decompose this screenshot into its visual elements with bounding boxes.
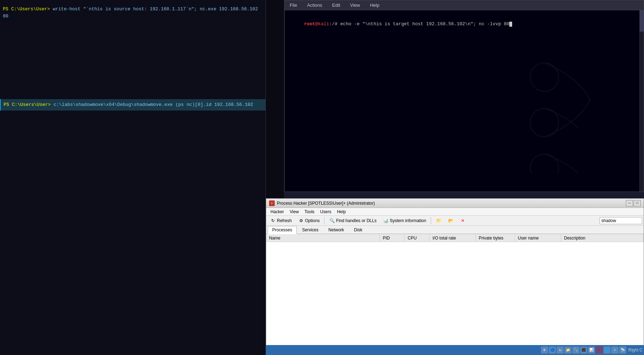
ph-search-input[interactable] [600,217,642,224]
taskbar-icon-8[interactable]: ✕ [596,346,603,354]
ph-maximize-btn[interactable]: □ [634,200,641,206]
ph-window-controls: — □ [626,200,641,206]
taskbar-icon-3[interactable]: ↻ [557,346,564,354]
kali-menu-actions[interactable]: Actions [305,2,324,9]
ph-options-label: Options [305,218,320,223]
ph-find-icon: 🔍 [329,218,335,224]
ph-refresh-label: Refresh [277,218,292,223]
kali-username: root [304,21,315,27]
ph-folder-btn[interactable]: 📁 [433,217,444,225]
ph-tab-disk[interactable]: Disk [349,226,367,233]
taskbar-icon-5[interactable]: 🔧 [572,346,579,354]
ph-menu-users[interactable]: Users [317,209,334,215]
ph-system-info-btn[interactable]: 📊 System information [380,217,429,225]
ph-refresh-icon: ↻ [270,218,276,224]
ph-menu-tools[interactable]: Tools [302,209,317,215]
powershell-panel: PS C:\Users\User> write-host "`nthis is … [0,0,266,355]
ph-options-btn[interactable]: ⚙ Options [296,217,322,225]
ph-menu-hacker[interactable]: Hacker [268,209,287,215]
kali-content[interactable]: root@kali:/# echo -e "\nthis is target h… [285,10,644,192]
svg-text:P: P [271,202,273,205]
ps-line-1: PS C:\Users\User> write-host "`nthis is … [0,4,265,21]
taskbar-icon-11[interactable]: 📡 [619,346,626,354]
ph-menu-help[interactable]: Help [334,209,349,215]
ph-menubar: Hacker View Tools Users Help [266,208,644,216]
ph-minimize-btn[interactable]: — [626,200,633,206]
ph-titlebar: P Process Hacker [SPOTLESS\User]+ (Admin… [266,199,644,208]
taskbar-icon-10[interactable]: ⚡ [611,346,618,354]
kali-cursor [509,22,512,27]
ph-toolbar: ↻ Refresh ⚙ Options 🔍 Find handles or DL… [266,216,644,226]
kali-command: echo -e "\nthis is target host 192.168.5… [340,21,509,27]
right-click-label: Right C [628,348,643,353]
ph-col-desc: Description [561,234,644,242]
ph-folder2-btn[interactable]: 📂 [445,217,456,225]
ps-prompt-2: PS C:\Users\User> [4,102,51,107]
ph-table-body [266,242,644,347]
kali-menu-help[interactable]: Help [368,2,382,9]
ph-tabs: Processes Services Network Disk [266,226,644,234]
ph-col-private: Private bytes [476,234,515,242]
taskbar: ⚙ 🔵 ↻ 📁 🔧 ⬛ 📊 ✕ 🌐 ⚡ 📡 Right C [266,345,644,355]
ph-folder-icon: 📁 [436,218,441,224]
ph-toolbar-sep-1 [324,217,324,224]
ps-line-2: PS C:\Users\User> c:\labs\shadowmove\x64… [0,99,265,111]
ph-col-user: User name [515,234,561,242]
taskbar-icon-2[interactable]: 🔵 [549,346,556,354]
ph-col-name: Name [266,234,380,242]
ps-prompt-1: PS C:\Users\User> [3,6,50,12]
ph-title-text: Process Hacker [SPOTLESS\User]+ (Adminis… [277,201,375,206]
ph-find-label: Find handles or DLLs [336,218,376,223]
ph-col-cpu: CPU [405,234,430,242]
ph-table-container: Name PID CPU I/O total rate Private byte… [266,234,644,347]
taskbar-icon-9[interactable]: 🌐 [603,346,611,354]
kali-menubar: File Actions Edit View Help [285,0,644,10]
ph-tab-processes[interactable]: Processes [268,226,297,234]
ps-cmd-2: c:\labs\shadowmove\x64\Debug\shadowmove.… [51,102,253,107]
kali-menu-edit[interactable]: Edit [330,2,342,9]
process-hacker-window: P Process Hacker [SPOTLESS\User]+ (Admin… [266,198,644,355]
ph-sysinfo-icon: 📊 [383,218,388,224]
ph-toolbar-sep-2 [431,217,431,224]
kali-menu-file[interactable]: File [288,2,299,9]
ph-title-left: P Process Hacker [SPOTLESS\User]+ (Admin… [269,200,375,206]
ph-icon-svg: P [270,201,274,205]
taskbar-icon-1[interactable]: ⚙ [541,346,548,354]
kali-scrollbar-thumb[interactable] [640,10,644,32]
taskbar-icon-7[interactable]: 📊 [588,346,595,354]
gap-area [266,0,284,199]
ph-menu-view[interactable]: View [287,209,302,215]
ph-table-header: Name PID CPU I/O total rate Private byte… [266,234,644,242]
ph-tab-network[interactable]: Network [324,226,349,233]
kali-menu-view[interactable]: View [348,2,362,9]
ph-col-pid: PID [380,234,405,242]
ph-close-icon: ✕ [460,218,466,224]
ph-folder2-icon: 📂 [448,218,454,224]
taskbar-icon-6[interactable]: ⬛ [580,346,587,354]
kali-dragon-watermark [505,32,629,174]
ph-find-handles-btn[interactable]: 🔍 Find handles or DLLs [327,217,379,225]
taskbar-icon-4[interactable]: 📁 [564,346,571,354]
kali-hostname: kali [318,21,329,27]
ph-options-icon: ⚙ [298,218,304,224]
kali-scrollbar[interactable] [639,10,644,192]
ph-sysinfo-label: System information [390,218,426,223]
svg-point-2 [530,154,559,174]
ph-close-btn[interactable]: ✕ [457,217,468,225]
ph-refresh-btn[interactable]: ↻ Refresh [268,217,294,225]
ph-col-io: I/O total rate [430,234,476,242]
ph-tab-services[interactable]: Services [297,226,323,233]
kali-terminal[interactable]: File Actions Edit View Help root@kali:/#… [284,0,644,192]
ph-app-icon: P [269,200,275,206]
